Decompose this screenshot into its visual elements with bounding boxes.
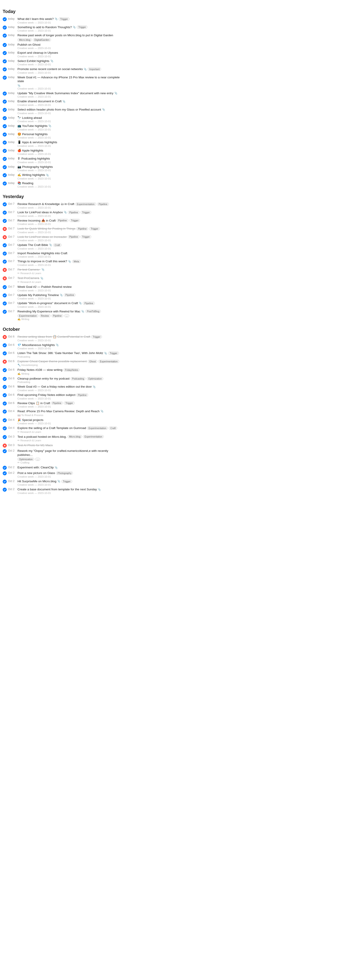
clip-icon: 📎 <box>114 92 117 95</box>
task-checkbox[interactable] <box>3 368 7 372</box>
task-title: Enable shared document in Craft <box>17 99 62 103</box>
task-content: Friday Notes #108 — slow writing FridayN… <box>17 368 122 375</box>
task-checkbox[interactable] <box>3 360 7 364</box>
task-row: Oct 2 Experiment with: CleanClip 📎 <box>3 465 122 471</box>
task-title: Re-test Camera+ <box>17 268 41 272</box>
task-row: today Review past week of longer posts o… <box>3 33 122 42</box>
task-date: Oct 2 <box>8 479 16 483</box>
task-subtitle: Creative week — 2023-10-01 <box>17 103 122 106</box>
task-checkbox[interactable] <box>3 140 7 145</box>
task-checkbox[interactable] <box>3 59 7 63</box>
task-title: Experiment with: CleanClip <box>17 466 54 469</box>
task-checkbox[interactable] <box>3 343 7 347</box>
task-checkbox[interactable] <box>3 285 7 289</box>
task-content: Cleanup podbean entry for my podcast Pod… <box>17 377 122 383</box>
task-date: Oct 7 <box>8 301 16 305</box>
task-content: Listen The Talk Show: 386: 'Gate Number … <box>17 351 122 358</box>
tag: Experimentation <box>98 360 119 363</box>
task-checkbox[interactable] <box>3 181 7 186</box>
task-checkbox[interactable] <box>3 157 7 161</box>
task-checkbox[interactable] <box>3 401 7 406</box>
task-checkbox[interactable] <box>3 488 7 492</box>
task-row: Oct 2 Create a base document from templa… <box>3 487 122 495</box>
task-title: Test a podcast hosted on Micro.blog. <box>17 435 67 439</box>
task-content: Something to add to Random Thoughts? 📎 T… <box>17 25 122 32</box>
task-checkbox[interactable] <box>3 480 7 484</box>
task-checkbox[interactable] <box>3 165 7 169</box>
task-checkbox[interactable] <box>3 449 7 453</box>
task-checkbox[interactable] <box>3 377 7 381</box>
task-checkbox[interactable] <box>3 410 7 414</box>
task-checkbox[interactable] <box>3 385 7 389</box>
task-checkbox[interactable] <box>3 173 7 177</box>
task-checkbox[interactable] <box>3 76 7 80</box>
task-checkbox[interactable] <box>3 25 7 30</box>
task-checkbox[interactable] <box>3 211 7 215</box>
task-checkbox[interactable] <box>3 393 7 397</box>
task-title: Rewinding My Experience with Rewind for … <box>17 310 80 313</box>
task-title: What did I learn this week? <box>17 17 54 21</box>
task-content: 🤩 Personal highlights Creative week — 20… <box>17 132 122 139</box>
task-content: Review past week of longer posts on Micr… <box>17 33 122 41</box>
task-row: Oct 7 Review Research & Knowledge 🗂 in C… <box>3 201 122 210</box>
task-row: today 📺 YouTube highlights 📎 Creative we… <box>3 123 122 132</box>
task-checkbox[interactable] <box>3 108 7 112</box>
task-checkbox[interactable] <box>3 219 7 223</box>
task-checkbox[interactable] <box>3 466 7 470</box>
task-checkbox[interactable] <box>3 310 7 314</box>
task-date: Oct 4 <box>8 426 16 430</box>
task-checkbox[interactable] <box>3 51 7 55</box>
task-title: Read: iPhone 15 Pro Max Camera Review: D… <box>17 409 100 414</box>
task-date: today <box>8 51 16 54</box>
task-checkbox[interactable] <box>3 33 7 38</box>
task-checkbox[interactable] <box>3 243 7 247</box>
task-row: Oct 2 Post a new picture on Glass Photog… <box>3 471 122 479</box>
task-checkbox[interactable] <box>3 301 7 305</box>
task-checkbox[interactable] <box>3 235 7 239</box>
task-checkbox[interactable] <box>3 100 7 103</box>
task-checkbox[interactable] <box>3 43 7 47</box>
task-subtitle: Creative week — 2023-10-01 <box>17 63 122 66</box>
task-checkbox[interactable] <box>3 277 7 280</box>
task-subtitle: Creative week — 2023-10-01 <box>17 177 122 180</box>
task-checkbox[interactable] <box>3 149 7 153</box>
task-subtitle: Creative week — 2023-10-01 <box>17 153 122 155</box>
task-title: 🤩 Personal highlights <box>17 132 48 136</box>
task-title: Look for LinkPost ideas in Anybox <box>17 210 63 215</box>
task-checkbox[interactable] <box>3 202 7 206</box>
task-content: Test AI Photo for M1 Macs <box>17 443 122 447</box>
clip-icon: 📎 <box>41 268 44 271</box>
task-checkbox[interactable] <box>3 227 7 231</box>
task-checkbox[interactable] <box>3 132 7 137</box>
task-checkbox[interactable] <box>3 124 7 128</box>
task-subtitle: Creative week — 2023-10-01 <box>17 339 122 342</box>
task-content: Read: iPhone 15 Pro Max Camera Review: D… <box>17 409 122 417</box>
task-checkbox[interactable] <box>3 335 7 339</box>
task-checkbox[interactable] <box>3 444 7 448</box>
task-checkbox[interactable] <box>3 293 7 298</box>
task-subtitle: Creative week — 2023-10-01 <box>17 47 122 49</box>
task-checkbox[interactable] <box>3 268 7 272</box>
task-checkbox[interactable] <box>3 17 7 21</box>
task-content: Review Research & Knowledge 🗂 in Craft E… <box>17 202 122 209</box>
task-title: Things to improve in Craft this week? <box>17 259 67 263</box>
task-checkbox[interactable] <box>3 92 7 95</box>
clip-icon: 📎 <box>40 277 43 280</box>
task-subtitle: Creative week — 2023-10-01 <box>17 161 122 164</box>
task-date: today <box>8 17 16 21</box>
tag: Trigger <box>64 401 75 405</box>
task-checkbox[interactable] <box>3 116 7 120</box>
section-yesterday: Yesterday Oct 7 Review Research & Knowle… <box>3 194 122 321</box>
task-checkbox[interactable] <box>3 251 7 256</box>
task-checkbox[interactable] <box>3 67 7 72</box>
task-checkbox[interactable] <box>3 418 7 422</box>
task-checkbox[interactable] <box>3 259 7 264</box>
task-checkbox[interactable] <box>3 471 7 475</box>
task-title: Look for Quick Writing for Posting in Th… <box>17 227 75 231</box>
task-checkbox[interactable] <box>3 435 7 439</box>
task-title: 🍎 Apple highlights <box>17 149 43 153</box>
task-checkbox[interactable] <box>3 426 7 430</box>
task-checkbox[interactable] <box>3 352 7 355</box>
task-content: Look for LinkPost ideas in Anybox 📎 Pipe… <box>17 210 122 217</box>
task-content: 💎 Miscellaneous highlights 📎 Creative we… <box>17 343 122 350</box>
